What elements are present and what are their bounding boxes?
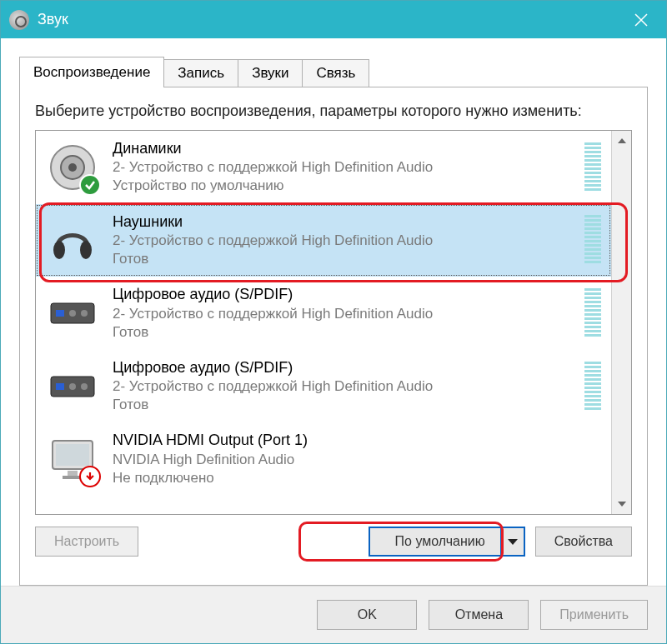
- close-button[interactable]: [624, 1, 658, 38]
- svg-point-2: [68, 163, 77, 172]
- dialog-button-row: OK Отмена Применить: [1, 586, 666, 643]
- set-default-dropdown[interactable]: [500, 528, 524, 555]
- configure-button[interactable]: Настроить: [35, 527, 138, 557]
- close-icon: [634, 13, 648, 27]
- instruction-text: Выберите устройство воспроизведения, пар…: [35, 102, 632, 120]
- spdif-icon: [46, 360, 99, 413]
- default-badge-icon: [79, 174, 101, 196]
- scrollbar[interactable]: [611, 131, 631, 514]
- disconnected-badge-icon: [79, 466, 101, 487]
- level-meter: [584, 142, 601, 192]
- chevron-down-icon: [618, 502, 626, 507]
- device-status: Готов: [113, 250, 578, 268]
- device-subtitle: 2- Устройство с поддержкой High Definiti…: [113, 232, 578, 250]
- device-button-row: Настроить По умолчанию Свойства: [35, 515, 632, 570]
- client-area: Воспроизведение Запись Звуки Связь Выбер…: [1, 38, 666, 586]
- ok-button[interactable]: OK: [317, 600, 417, 630]
- chevron-up-icon: [618, 138, 626, 143]
- scroll-up-button[interactable]: [612, 131, 631, 151]
- device-title: Цифровое аудио (S/PDIF): [113, 358, 578, 377]
- device-status: Устройство по умолчанию: [113, 177, 578, 195]
- level-meter: [584, 288, 601, 338]
- device-title: Цифровое аудио (S/PDIF): [113, 285, 578, 304]
- monitor-icon: [46, 432, 99, 486]
- svg-rect-6: [56, 310, 64, 317]
- level-meter: [584, 362, 601, 412]
- svg-point-8: [81, 310, 88, 317]
- speaker-icon: [46, 141, 99, 194]
- device-status: Готов: [113, 396, 578, 414]
- svg-point-12: [81, 383, 88, 390]
- device-row-spdif-2[interactable]: Цифровое аудио (S/PDIF) 2- Устройство с …: [36, 350, 611, 423]
- sound-icon: [9, 10, 29, 30]
- svg-rect-14: [56, 444, 89, 466]
- titlebar: Звук: [1, 1, 666, 38]
- device-row-headphones[interactable]: Наушники 2- Устройство с поддержкой High…: [36, 204, 611, 277]
- cancel-button[interactable]: Отмена: [429, 600, 529, 630]
- tab-playback[interactable]: Воспроизведение: [19, 57, 164, 87]
- svg-point-11: [69, 383, 76, 390]
- device-listbox: Динамики 2- Устройство с поддержкой High…: [35, 130, 632, 515]
- scroll-down-button[interactable]: [612, 494, 631, 514]
- device-subtitle: 2- Устройство с поддержкой High Definiti…: [113, 158, 578, 177]
- device-list[interactable]: Динамики 2- Устройство с поддержкой High…: [36, 131, 611, 514]
- svg-point-4: [80, 241, 92, 259]
- tab-recording[interactable]: Запись: [163, 59, 238, 87]
- device-status: Не подключено: [113, 469, 601, 487]
- scroll-track[interactable]: [612, 151, 631, 494]
- device-row-speakers[interactable]: Динамики 2- Устройство с поддержкой High…: [36, 131, 611, 204]
- device-subtitle: NVIDIA High Definition Audio: [113, 451, 601, 469]
- headphones-icon: [46, 213, 99, 267]
- svg-point-7: [69, 310, 76, 317]
- device-title: Динамики: [113, 139, 578, 158]
- set-default-button[interactable]: По умолчанию: [369, 527, 525, 557]
- tab-communications[interactable]: Связь: [302, 59, 369, 87]
- svg-rect-15: [68, 471, 78, 476]
- window-title: Звук: [38, 11, 68, 28]
- tab-sounds[interactable]: Звуки: [238, 59, 303, 87]
- device-title: NVIDIA HDMI Output (Port 1): [113, 431, 601, 450]
- svg-point-3: [53, 241, 65, 259]
- device-row-hdmi[interactable]: NVIDIA HDMI Output (Port 1) NVIDIA High …: [36, 422, 611, 496]
- chevron-down-icon: [508, 539, 518, 545]
- device-subtitle: 2- Устройство с поддержкой High Definiti…: [113, 377, 578, 396]
- properties-button[interactable]: Свойства: [535, 527, 632, 557]
- tab-strip: Воспроизведение Запись Звуки Связь: [19, 57, 648, 87]
- svg-rect-10: [56, 383, 64, 390]
- sound-dialog: Звук Воспроизведение Запись Звуки Связь …: [0, 0, 667, 644]
- level-meter: [584, 215, 601, 265]
- tab-panel-playback: Выберите устройство воспроизведения, пар…: [19, 87, 648, 586]
- device-subtitle: 2- Устройство с поддержкой High Definiti…: [113, 305, 578, 323]
- device-title: Наушники: [113, 212, 578, 232]
- spdif-icon: [46, 287, 99, 340]
- device-status: Готов: [113, 323, 578, 342]
- apply-button[interactable]: Применить: [540, 600, 648, 630]
- device-row-spdif-1[interactable]: Цифровое аудио (S/PDIF) 2- Устройство с …: [36, 277, 611, 350]
